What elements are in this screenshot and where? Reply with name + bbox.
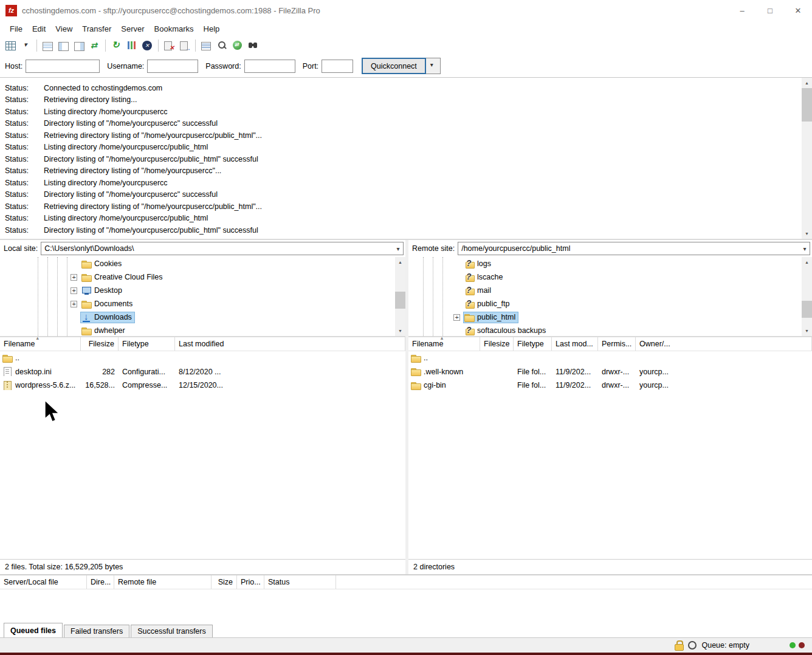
toolbar bbox=[0, 36, 812, 55]
expand-icon[interactable] bbox=[453, 314, 460, 321]
scroll-thumb[interactable] bbox=[802, 88, 812, 122]
queue-tab[interactable]: Failed transfers bbox=[64, 625, 129, 637]
column-direction[interactable]: Dire... bbox=[87, 575, 114, 589]
tree-item[interactable]: public_html bbox=[408, 310, 812, 324]
scroll-up-icon[interactable] bbox=[802, 257, 812, 267]
tree-item[interactable]: Cookies bbox=[0, 257, 405, 270]
expand-icon[interactable] bbox=[71, 274, 77, 281]
file-row[interactable]: wordpress-5.6.z... 16,528... Compresse..… bbox=[0, 379, 405, 393]
tree-item[interactable]: Downloads bbox=[0, 310, 405, 324]
column-status[interactable]: Status bbox=[264, 575, 336, 589]
expand-icon[interactable] bbox=[71, 287, 77, 294]
tree-item[interactable]: softaculous backups bbox=[408, 324, 812, 337]
scroll-thumb[interactable] bbox=[802, 301, 812, 318]
file-row[interactable]: .well-known File fol... 11/9/202... drwx… bbox=[408, 365, 812, 379]
scroll-down-icon[interactable] bbox=[802, 326, 812, 336]
column-last-modified[interactable]: Last mod... bbox=[552, 337, 598, 351]
scroll-down-icon[interactable] bbox=[802, 228, 812, 239]
file-row[interactable]: cgi-bin File fol... 11/9/202... drwxr-..… bbox=[408, 379, 812, 393]
column-filename[interactable]: Filename bbox=[0, 337, 81, 351]
queue-tab[interactable]: Successful transfers bbox=[131, 625, 213, 637]
compare-icon[interactable] bbox=[214, 38, 230, 53]
site-manager-dropdown-icon[interactable] bbox=[18, 38, 34, 53]
cancel-icon[interactable] bbox=[140, 38, 156, 53]
column-filesize[interactable]: Filesize bbox=[480, 337, 514, 351]
menu-item[interactable]: Bookmarks bbox=[150, 22, 199, 36]
minimize-button[interactable]: – bbox=[728, 0, 756, 21]
file-row[interactable]: .. bbox=[408, 351, 812, 365]
close-button[interactable]: ✕ bbox=[784, 0, 812, 21]
file-row[interactable]: desktop.ini 282 Configurati... 8/12/2020… bbox=[0, 365, 405, 379]
column-owner[interactable]: Owner/... bbox=[636, 337, 812, 351]
column-permissions[interactable]: Permis... bbox=[598, 337, 636, 351]
queue-tab[interactable]: Queued files bbox=[4, 623, 63, 637]
username-input[interactable] bbox=[147, 60, 198, 73]
filter-icon[interactable] bbox=[198, 38, 214, 53]
menu-item[interactable]: File bbox=[5, 22, 27, 36]
scroll-up-icon[interactable] bbox=[395, 257, 405, 267]
chevron-down-icon[interactable] bbox=[393, 244, 403, 253]
tree-item[interactable]: lscache bbox=[408, 270, 812, 284]
column-filetype[interactable]: Filetype bbox=[514, 337, 552, 351]
column-filename[interactable]: Filename bbox=[408, 337, 480, 351]
toggle-message-log-icon[interactable] bbox=[40, 38, 55, 53]
queue-list[interactable] bbox=[0, 589, 812, 622]
host-input[interactable] bbox=[26, 60, 100, 73]
tree-item[interactable]: public_ftp bbox=[408, 297, 812, 310]
reconnect-icon[interactable] bbox=[177, 38, 193, 53]
process-queue-icon[interactable] bbox=[124, 38, 140, 53]
tree-item[interactable]: Desktop bbox=[0, 284, 405, 297]
quickconnect-button[interactable]: Quickconnect bbox=[362, 58, 426, 74]
log-entry-message: Directory listing of "/home/yourcpusercc… bbox=[44, 119, 218, 128]
sync-browsing-icon[interactable] bbox=[230, 38, 246, 53]
local-path-combo[interactable]: C:\Users\onlyt\Downloads\ bbox=[41, 242, 404, 255]
log-entry-message: Listing directory /home/yourcpusercc/pub… bbox=[44, 214, 208, 222]
scroll-thumb[interactable] bbox=[395, 292, 405, 309]
menu-item[interactable]: Server bbox=[116, 22, 149, 36]
tree-item[interactable]: Creative Cloud Files bbox=[0, 270, 405, 284]
port-input[interactable] bbox=[322, 60, 353, 73]
column-remote-file[interactable]: Remote file bbox=[114, 575, 212, 589]
local-tree-scrollbar[interactable] bbox=[395, 257, 405, 336]
menu-item[interactable]: Edit bbox=[27, 22, 50, 36]
tree-item[interactable]: Documents bbox=[0, 297, 405, 310]
tree-item[interactable]: dwhelper bbox=[0, 324, 405, 337]
disconnect-icon[interactable] bbox=[161, 38, 177, 53]
tree-item[interactable]: mail bbox=[408, 284, 812, 297]
scroll-up-icon[interactable] bbox=[802, 78, 812, 88]
remote-tree-scrollbar[interactable] bbox=[802, 257, 812, 336]
toggle-queue-icon[interactable] bbox=[87, 38, 103, 53]
file-type: Compresse... bbox=[119, 381, 175, 389]
file-row[interactable]: .. bbox=[0, 351, 405, 365]
menu-item[interactable]: Help bbox=[199, 22, 225, 36]
menu-item[interactable]: View bbox=[50, 22, 77, 36]
column-priority[interactable]: Prio... bbox=[237, 575, 264, 589]
site-manager-icon[interactable] bbox=[2, 38, 18, 53]
message-log: Status: Connected to cchostingdemos.com … bbox=[0, 78, 812, 240]
tree-item[interactable]: logs bbox=[408, 257, 812, 270]
scroll-down-icon[interactable] bbox=[395, 326, 405, 336]
file-icon bbox=[411, 367, 421, 376]
remote-path-combo[interactable]: /home/yourcpusercc/public_html bbox=[458, 242, 810, 255]
column-filesize[interactable]: Filesize bbox=[81, 337, 119, 351]
column-server-local-file[interactable]: Server/Local file bbox=[0, 575, 87, 589]
toggle-local-tree-icon[interactable] bbox=[55, 38, 71, 53]
notification-icon[interactable] bbox=[688, 641, 697, 650]
log-scrollbar[interactable] bbox=[802, 78, 812, 239]
quickconnect-dropdown[interactable] bbox=[426, 58, 441, 74]
title-bar[interactable]: fz cchostingdemos.com - sftp://yourcpuse… bbox=[0, 0, 812, 21]
expand-icon[interactable] bbox=[71, 301, 77, 307]
toggle-remote-tree-icon[interactable] bbox=[71, 38, 87, 53]
refresh-icon[interactable] bbox=[108, 38, 124, 53]
column-filetype[interactable]: Filetype bbox=[119, 337, 175, 351]
column-last-modified[interactable]: Last modified bbox=[175, 337, 405, 351]
password-input[interactable] bbox=[244, 60, 295, 73]
column-size[interactable]: Size bbox=[212, 575, 237, 589]
remote-pane: Remote site: /home/yourcpusercc/public_h… bbox=[408, 240, 812, 574]
menu-item[interactable]: Transfer bbox=[77, 22, 116, 36]
maximize-button[interactable]: □ bbox=[756, 0, 784, 21]
transfer-queue: Server/Local file Dire... Remote file Si… bbox=[0, 574, 812, 622]
find-files-icon[interactable] bbox=[246, 38, 261, 53]
chevron-down-icon[interactable] bbox=[800, 244, 810, 253]
lock-icon[interactable] bbox=[675, 640, 683, 650]
